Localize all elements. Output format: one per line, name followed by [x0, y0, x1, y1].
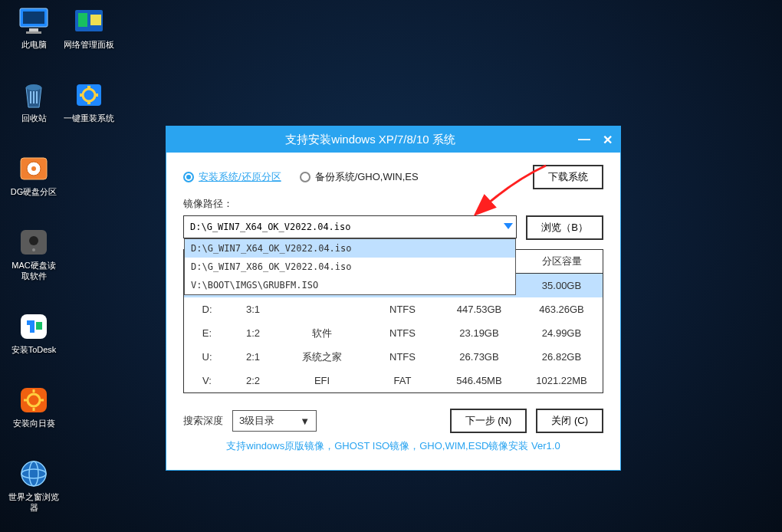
radio-dot-icon	[300, 172, 310, 182]
desktop-icon-mac-disk[interactable]: MAC硬盘读取软件	[8, 227, 60, 281]
minimize-button[interactable]: —	[574, 130, 594, 149]
table-cell: NTFS	[368, 323, 437, 343]
table-row[interactable]: D:3:1NTFS447.53GB463.26GB	[184, 297, 603, 321]
radio-label: 安装系统/还原分区	[199, 170, 281, 184]
desktop-icon-label: 回收站	[8, 113, 60, 123]
todesk-icon	[15, 311, 52, 342]
table-cell: NTFS	[368, 346, 437, 367]
svg-rect-27	[78, 13, 87, 21]
desktop-icon-sunflower[interactable]: 安装向日葵	[8, 385, 60, 429]
svg-rect-7	[36, 91, 38, 103]
table-cell: FAT	[368, 370, 437, 391]
radio-backup[interactable]: 备份系统/GHO,WIN,ES	[300, 170, 419, 184]
desktop-icon-recycle-bin[interactable]: 回收站	[8, 80, 60, 123]
table-cell: U:	[184, 346, 230, 367]
download-system-button[interactable]: 下载系统	[533, 165, 603, 189]
table-cell: 26.82GB	[521, 346, 602, 367]
dropdown-trigger[interactable]	[501, 216, 516, 238]
table-cell: 26.73GB	[437, 346, 521, 367]
window-title: 支持安装windows XP/7/8/10 系统	[166, 133, 574, 147]
mode-radio-row: 安装系统/还原分区 备份系统/GHO,WIN,ES 下载系统	[183, 165, 603, 189]
dropdown-item[interactable]: D:\G_WIN7_X86_OK_V2022.04.iso	[185, 258, 515, 276]
footer-text: 支持windows原版镜像，GHOST ISO镜像，GHO,WIM,ESD镜像安…	[183, 433, 603, 462]
table-row[interactable]: E:1:2软件NTFS23.19GB24.99GB	[184, 321, 603, 345]
svg-rect-33	[87, 101, 90, 104]
th-total: 分区容量	[521, 250, 602, 273]
table-cell: 24.99GB	[521, 323, 602, 343]
radio-dot-icon	[183, 172, 194, 182]
close-button[interactable]: ✕	[597, 130, 617, 149]
image-path-label: 镜像路径：	[183, 197, 603, 211]
table-row[interactable]: U:2:1系统之家NTFS26.73GB26.82GB	[184, 345, 603, 369]
table-cell: 2:1	[230, 346, 276, 367]
desktop-icon-label: 安装向日葵	[8, 418, 60, 429]
desktop-icon-label: 此电脑	[8, 39, 60, 50]
table-cell: 1:2	[230, 323, 276, 343]
table-cell: E:	[184, 323, 230, 343]
next-button[interactable]: 下一步 (N)	[450, 409, 527, 433]
desktop-icon-theworld-browser[interactable]: 世界之窗浏览器	[8, 458, 60, 513]
radio-install-restore[interactable]: 安装系统/还原分区	[183, 170, 281, 184]
trash-icon	[15, 80, 52, 110]
table-row[interactable]: V:2:2EFIFAT546.45MB1021.22MB	[184, 369, 603, 392]
image-path-input[interactable]	[184, 222, 501, 232]
disk-tool-icon	[15, 153, 52, 184]
table-cell: 447.53GB	[437, 299, 521, 320]
sunflower-icon	[15, 385, 52, 415]
table-cell: V:	[184, 370, 230, 391]
table-cell: 软件	[276, 322, 368, 345]
desktop-icon-label: 世界之窗浏览器	[8, 491, 60, 513]
globe-icon	[15, 458, 52, 489]
svg-rect-5	[30, 91, 31, 103]
table-cell: 3:1	[230, 299, 276, 320]
desktop-icon-label: DG硬盘分区	[8, 186, 60, 197]
svg-point-4	[26, 84, 41, 90]
desktop-icon-label: 网络管理面板	[63, 39, 115, 50]
apple-disk-icon	[15, 227, 52, 258]
dropdown-item[interactable]: V:\BOOT\IMGS\GRUBFM.ISO	[185, 276, 515, 294]
desktop-icon-dg-partition[interactable]: DG硬盘分区	[8, 153, 60, 197]
svg-rect-29	[90, 15, 101, 25]
table-cell: NTFS	[368, 299, 437, 320]
svg-rect-34	[80, 94, 83, 97]
table-cell: D:	[184, 299, 230, 320]
search-depth-label: 搜索深度	[183, 414, 223, 428]
table-cell: 系统之家	[276, 346, 368, 369]
svg-rect-15	[36, 322, 42, 330]
svg-point-12	[29, 236, 38, 245]
close-dialog-button[interactable]: 关闭 (C)	[536, 409, 603, 433]
dropdown-item[interactable]: D:\G_WIN7_X64_OK_V2022.04.iso	[185, 239, 515, 258]
table-cell: 2:2	[230, 370, 276, 391]
svg-rect-1	[23, 11, 44, 24]
radio-label: 备份系统/GHO,WIN,ES	[315, 170, 419, 184]
desktop-icon-label: 一键重装系统	[63, 113, 115, 123]
svg-rect-6	[33, 91, 34, 103]
table-cell: EFI	[276, 370, 368, 391]
monitor-icon	[15, 6, 52, 37]
desktop-icon-reinstall[interactable]: 一键重装系统	[63, 80, 115, 123]
desktop-icon-this-pc[interactable]: 此电脑	[8, 6, 60, 50]
desktop-icon-label: 安装ToDesk	[8, 344, 60, 355]
desktop-icon-network-panel[interactable]: 网络管理面板	[63, 6, 115, 50]
chevron-down-icon	[504, 223, 513, 231]
image-path-combobox[interactable]: D:\G_WIN7_X64_OK_V2022.04.iso D:\G_WIN7_…	[183, 215, 517, 238]
svg-rect-2	[29, 28, 38, 31]
table-cell: 546.45MB	[437, 370, 521, 391]
browse-button[interactable]: 浏览（B）	[526, 215, 603, 240]
table-cell: 35.00GB	[521, 275, 602, 296]
image-path-dropdown: D:\G_WIN7_X64_OK_V2022.04.iso D:\G_WIN7_…	[184, 238, 516, 295]
search-depth-select[interactable]: 3级目录 ▼	[232, 410, 317, 432]
desktop-icon-todesk[interactable]: 安装ToDesk	[8, 311, 60, 355]
table-cell: 1021.22MB	[521, 370, 602, 391]
chevron-down-icon: ▼	[300, 415, 310, 427]
table-cell	[276, 305, 368, 314]
title-bar[interactable]: 支持安装windows XP/7/8/10 系统 — ✕	[166, 126, 620, 153]
desktop-icon-label: MAC硬盘读取软件	[8, 260, 60, 281]
svg-rect-3	[26, 31, 41, 34]
svg-rect-35	[95, 94, 98, 97]
table-cell: 463.26GB	[521, 299, 602, 320]
installer-dialog: 支持安装windows XP/7/8/10 系统 — ✕ 安装系统/还原分区 备…	[166, 126, 621, 471]
svg-rect-32	[87, 86, 90, 89]
gear-box-icon	[71, 80, 107, 110]
depth-value: 3级目录	[239, 414, 274, 428]
